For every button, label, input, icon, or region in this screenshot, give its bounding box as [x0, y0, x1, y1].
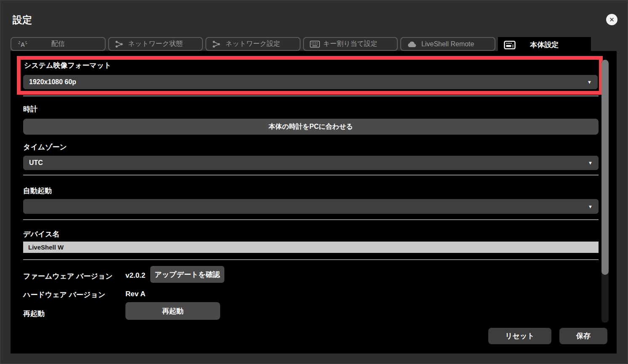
device-icon — [504, 40, 516, 49]
broadcast-icon: A — [17, 40, 28, 48]
chevron-down-icon: ▼ — [588, 204, 593, 209]
tab-device-settings[interactable]: 本体設定 — [498, 37, 591, 53]
tab-network-settings[interactable]: ネットワーク設定 — [205, 37, 301, 51]
tab-label: ネットワーク設定 — [226, 40, 280, 48]
settings-dialog: 設定 ✕ A 配信 ネットワーク状態 — [0, 0, 628, 364]
reset-button[interactable]: リセット — [488, 328, 551, 344]
tab-network-status[interactable]: ネットワーク状態 — [108, 37, 203, 51]
tab-label: 本体設定 — [530, 40, 559, 50]
device-name-input[interactable] — [23, 242, 599, 253]
separator — [23, 259, 599, 260]
video-format-value: 1920x1080 60p — [29, 78, 76, 86]
tab-liveshell-remote[interactable]: LiveShell Remote — [400, 37, 495, 51]
chevron-down-icon: ▼ — [588, 160, 593, 165]
tab-key-assign[interactable]: キー割り当て設定 — [303, 37, 398, 51]
timezone-value: UTC — [29, 159, 43, 167]
firmware-version-value: v2.0.2 — [125, 271, 145, 280]
chevron-down-icon: ▼ — [587, 80, 592, 85]
separator — [23, 219, 599, 220]
tab-label: 配信 — [51, 40, 65, 48]
hardware-version-label: ハードウェア バージョン — [23, 290, 105, 300]
firmware-version-label: ファームウェア バージョン — [23, 271, 113, 281]
sync-clock-button[interactable]: 本体の時計をPCに合わせる — [23, 119, 599, 135]
network-share-icon — [212, 40, 221, 48]
tab-bar: A 配信 ネットワーク状態 ネッ — [11, 37, 591, 51]
device-settings-panel: システム映像フォーマット 1920x1080 60p ▼ 時計 本体の時計をPC… — [11, 51, 617, 353]
reboot-label: 再起動 — [23, 309, 45, 319]
device-name-label: デバイス名 — [23, 229, 60, 239]
timezone-label: タイムゾーン — [23, 142, 67, 152]
save-button[interactable]: 保存 — [559, 328, 607, 344]
tab-label: ネットワーク状態 — [128, 40, 183, 48]
keyboard-icon — [310, 40, 320, 48]
hardware-version-value: Rev A — [125, 290, 146, 298]
scrollbar-thumb[interactable] — [601, 60, 609, 275]
timezone-select[interactable]: UTC ▼ — [23, 156, 599, 170]
dialog-title: 設定 — [13, 13, 32, 27]
tab-label: キー割り当て設定 — [323, 40, 378, 48]
separator — [23, 96, 599, 96]
video-format-label: システム映像フォーマット — [24, 61, 112, 70]
separator — [23, 175, 599, 175]
clock-label: 時計 — [23, 104, 37, 114]
cloud-icon — [407, 41, 417, 48]
tab-broadcast[interactable]: A 配信 — [11, 37, 106, 51]
check-update-button[interactable]: アップデートを確認 — [150, 266, 224, 283]
close-icon[interactable]: ✕ — [606, 14, 617, 25]
tab-label: LiveShell Remote — [421, 40, 474, 48]
auto-start-label: 自動起動 — [23, 186, 52, 196]
auto-start-select[interactable]: ▼ — [23, 199, 599, 214]
reboot-button[interactable]: 再起動 — [125, 302, 220, 320]
network-share-icon — [115, 40, 123, 48]
video-format-select[interactable]: 1920x1080 60p ▼ — [23, 75, 598, 89]
svg-text:A: A — [21, 41, 25, 48]
